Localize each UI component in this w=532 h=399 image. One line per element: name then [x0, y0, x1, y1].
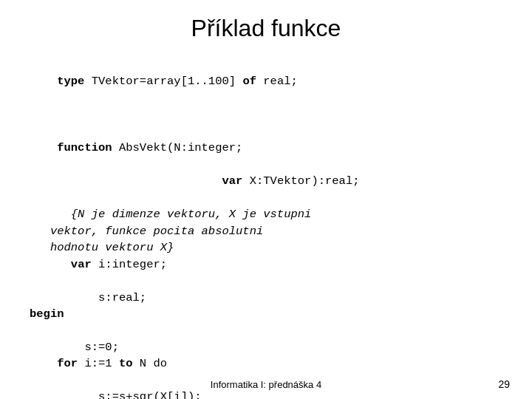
code-line-var2: var i:integer;: [57, 258, 167, 271]
code-comment1: {N je dimenze vektoru, X je vstupni: [57, 208, 311, 221]
code-line-function: function AbsVekt(N:integer;: [57, 141, 242, 154]
keyword-begin: begin: [30, 307, 64, 321]
code-line-scalc: s:=s+sqr(X[i]);: [57, 390, 201, 399]
code-line-sassign: s:=0;: [57, 341, 119, 354]
footer-text: Informatika I: přednáška 4: [211, 379, 321, 390]
page: Příklad funkce type TVektor=array[1..100…: [0, 0, 532, 399]
code-line-s: s:real;: [57, 291, 146, 304]
code-comment2: vektor, funkce pocita absolutni: [30, 225, 263, 238]
footer: Informatika I: přednáška 4: [0, 379, 532, 390]
keyword-to: to: [119, 357, 133, 370]
page-title: Příklad funkce: [30, 15, 502, 42]
code-line-type: type TVektor=array[1..100] of real;: [57, 75, 298, 88]
keyword-var2: var: [71, 258, 92, 271]
keyword-of: of: [242, 75, 256, 88]
keyword-for: for: [57, 357, 78, 370]
code-block: type TVektor=array[1..100] of real; func…: [30, 57, 502, 399]
keyword-type: type: [57, 75, 84, 88]
page-number: 29: [498, 378, 510, 390]
code-line-for: for i:=1 to N do: [30, 357, 167, 370]
code-line-begin: begin: [30, 307, 64, 321]
keyword-var1: var: [222, 174, 242, 188]
code-line-var1: var X:TVektor):real;: [57, 174, 359, 188]
keyword-function: function: [57, 141, 112, 154]
code-comment3: hodnotu vektoru X}: [30, 241, 174, 254]
